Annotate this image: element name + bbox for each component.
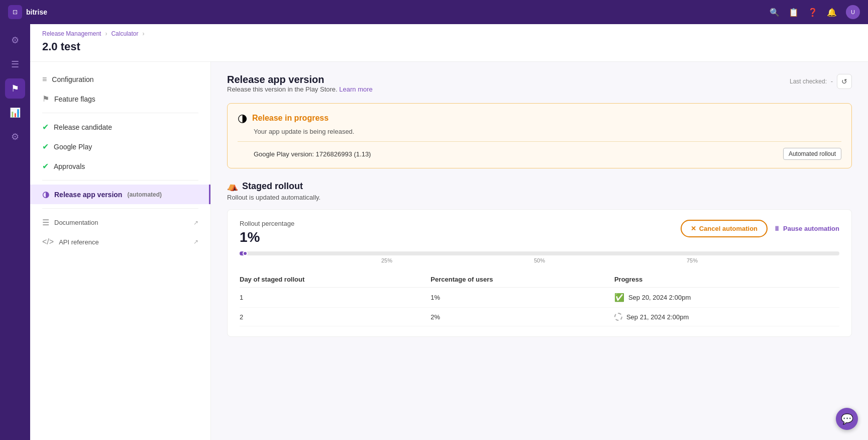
breadcrumb-release-management[interactable]: Release Management <box>42 30 101 37</box>
nav-label-documentation: Documentation <box>54 219 98 226</box>
staged-rollout-subtitle: Rollout is updated automatically. <box>227 194 852 201</box>
nav-item-documentation[interactable]: ☰ Documentation ↗ <box>30 213 210 232</box>
refresh-button[interactable]: ↺ <box>837 74 852 89</box>
inner-layout: ≡ Configuration ⚑ Feature flags ✔ Releas… <box>30 62 868 440</box>
last-checked-value: - <box>831 78 833 85</box>
nav-item-feature-flags[interactable]: ⚑ Feature flags <box>30 89 210 109</box>
release-section-title: Release app version <box>227 74 373 85</box>
nav-label-google-play: Google Play <box>54 143 92 151</box>
feature-flags-icon: ⚑ <box>42 94 49 104</box>
bell-icon[interactable]: 🔔 <box>827 8 837 17</box>
chat-icon: 💬 <box>841 413 853 425</box>
pause-icon: ⏸ <box>774 225 780 232</box>
rollout-percentage-value: 1% <box>240 229 294 245</box>
release-banner-footer: Google Play version: 1726826993 (1.13) A… <box>238 141 841 160</box>
nav-label-configuration: Configuration <box>52 75 93 83</box>
release-candidate-check-icon: ✔ <box>42 122 49 132</box>
rollout-actions: ✕ Cancel automation ⏸ Pause automation <box>681 220 839 237</box>
table-row: 2 2% Sep 21, 2024 2:00pm <box>240 308 839 326</box>
nav-item-configuration[interactable]: ≡ Configuration <box>30 70 210 89</box>
release-version-text: Google Play version: 1726826993 (1.13) <box>254 150 371 158</box>
icon-sidebar: ⚙ ☰ ⚑ 📊 ⚙ <box>0 24 30 440</box>
google-play-check-icon: ✔ <box>42 142 49 151</box>
cell-progress-2: Sep 21, 2024 2:00pm <box>614 308 839 326</box>
col-percentage: Percentage of users <box>430 272 614 288</box>
rollout-card: Rollout percentage 1% ✕ Cancel automatio… <box>227 209 852 337</box>
clipboard-icon[interactable]: 📋 <box>789 8 799 17</box>
progress-text-1: Sep 20, 2024 2:00pm <box>628 294 691 301</box>
nav-item-google-play[interactable]: ✔ Google Play <box>30 137 210 156</box>
cell-day-1: 1 <box>240 288 430 308</box>
cell-day-2: 2 <box>240 308 430 326</box>
sidebar-build-icon[interactable]: ☰ <box>5 54 25 74</box>
sidebar-chart-icon[interactable]: 📊 <box>5 103 25 123</box>
release-section-header: Release app version Release this version… <box>227 74 852 101</box>
release-app-version-badge: (automated) <box>127 191 162 198</box>
rollout-table-head: Day of staged rollout Percentage of user… <box>240 272 839 288</box>
sidebar-home-icon[interactable]: ⚙ <box>5 30 25 50</box>
col-progress: Progress <box>614 272 839 288</box>
label-50pct: 50% <box>534 257 545 263</box>
breadcrumb: Release Management › Calculator › <box>42 30 856 37</box>
cancel-x-icon: ✕ <box>691 225 696 232</box>
cancel-automation-button[interactable]: ✕ Cancel automation <box>681 220 768 237</box>
content-area: Release Management › Calculator › 2.0 te… <box>30 24 868 440</box>
api-reference-ext-icon: ↗ <box>193 238 198 245</box>
staged-rollout-icon: ⛺ <box>227 181 238 192</box>
api-reference-icon: </> <box>42 237 54 246</box>
staged-rollout-title: Staged rollout <box>242 181 303 192</box>
nav-label-release-app-version: Release app version <box>54 191 122 199</box>
pause-automation-button[interactable]: ⏸ Pause automation <box>774 225 839 232</box>
nav-item-approvals[interactable]: ✔ Approvals <box>30 156 210 176</box>
progress-bar-labels: 25% 50% 75% <box>240 257 839 263</box>
documentation-icon: ☰ <box>42 218 49 227</box>
release-banner-body: Your app update is being released. <box>238 128 841 135</box>
main-content: Release app version Release this version… <box>211 62 868 440</box>
check-circle-icon: ✅ <box>614 293 624 302</box>
app-name: bitrise <box>26 8 47 16</box>
pause-automation-label: Pause automation <box>783 225 839 232</box>
learn-more-link[interactable]: Learn more <box>339 85 372 93</box>
release-banner-header: ◑ Release in progress <box>238 112 841 125</box>
nav-divider-2 <box>42 180 198 181</box>
progress-bar-fill <box>240 251 246 255</box>
sidebar-settings-icon[interactable]: ⚙ <box>5 127 25 147</box>
nav-item-release-app-version[interactable]: ◑ Release app version (automated) <box>30 185 210 204</box>
rollout-percentage-label: Rollout percentage <box>240 220 294 227</box>
rollout-table-header-row: Day of staged rollout Percentage of user… <box>240 272 839 288</box>
help-icon[interactable]: ❓ <box>808 8 818 17</box>
progress-cell-1: ✅ Sep 20, 2024 2:00pm <box>614 293 839 302</box>
cell-progress-1: ✅ Sep 20, 2024 2:00pm <box>614 288 839 308</box>
nav-item-api-reference[interactable]: </> API reference ↗ <box>30 232 210 251</box>
breadcrumb-sep-2: › <box>142 30 144 37</box>
cancel-automation-label: Cancel automation <box>699 225 757 232</box>
configuration-icon: ≡ <box>42 75 47 84</box>
progress-bar-container: 25% 50% 75% <box>240 251 839 263</box>
col-day: Day of staged rollout <box>240 272 430 288</box>
last-checked: Last checked: - ↺ <box>790 74 852 89</box>
chat-bubble[interactable]: 💬 <box>836 408 858 430</box>
page-title: 2.0 test <box>42 40 856 53</box>
rollout-card-top: Rollout percentage 1% ✕ Cancel automatio… <box>240 220 839 245</box>
nav-item-release-candidate[interactable]: ✔ Release candidate <box>30 117 210 137</box>
left-nav: ≡ Configuration ⚑ Feature flags ✔ Releas… <box>30 62 211 440</box>
automated-rollout-badge: Automated rollout <box>783 148 841 160</box>
label-25pct: 25% <box>381 257 392 263</box>
progress-cell-2: Sep 21, 2024 2:00pm <box>614 313 839 321</box>
search-icon[interactable]: 🔍 <box>770 8 780 17</box>
cell-percentage-2: 2% <box>430 308 614 326</box>
release-section-subtitle: Release this version in the Play Store. … <box>227 85 373 93</box>
topnav-left: ⊡ bitrise <box>8 5 47 19</box>
avatar[interactable]: U <box>846 5 860 19</box>
nav-label-approvals: Approvals <box>54 162 85 170</box>
topnav-right: 🔍 📋 ❓ 🔔 U <box>770 5 860 19</box>
release-section-titles: Release app version Release this version… <box>227 74 373 101</box>
nav-label-release-candidate: Release candidate <box>54 123 112 131</box>
nav-label-feature-flags: Feature flags <box>54 95 95 103</box>
logo-icon[interactable]: ⊡ <box>8 5 22 19</box>
release-banner: ◑ Release in progress Your app update is… <box>227 103 852 168</box>
sidebar-release-icon[interactable]: ⚑ <box>5 78 25 99</box>
documentation-ext-icon: ↗ <box>193 219 198 226</box>
table-row: 1 1% ✅ Sep 20, 2024 2:00pm <box>240 288 839 308</box>
breadcrumb-calculator[interactable]: Calculator <box>111 30 138 37</box>
